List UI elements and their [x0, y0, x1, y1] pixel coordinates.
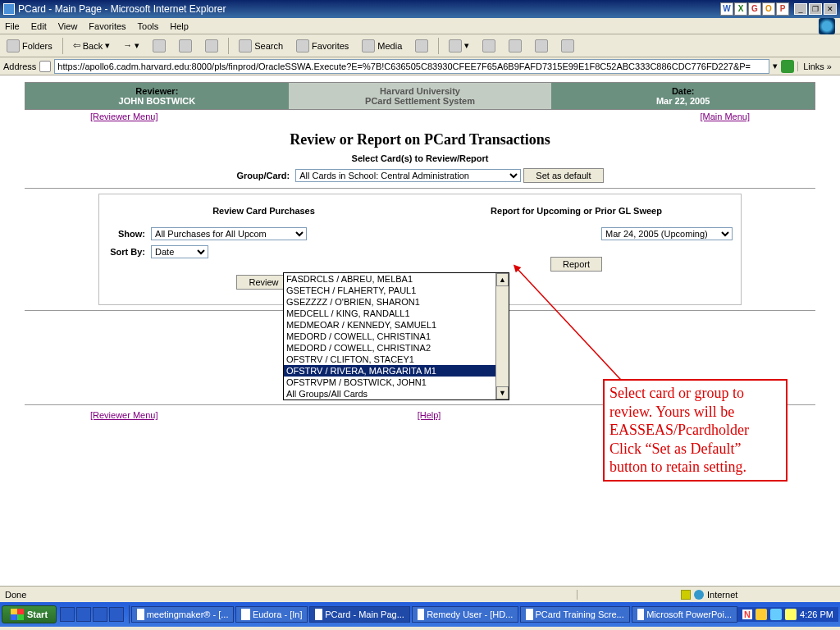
menu-tools[interactable]: Tools [138, 21, 159, 31]
report-button[interactable]: Report [550, 257, 602, 272]
discuss-icon [535, 39, 548, 52]
group-card-label: Group/Card: [236, 171, 290, 180]
history-button[interactable] [412, 38, 431, 54]
reviewer-menu-link-bot[interactable]: [Reviewer Menu] [90, 410, 158, 420]
help-link[interactable]: [Help] [418, 410, 441, 420]
date-value: Mar 22, 2005 [551, 96, 815, 106]
print-icon [482, 39, 495, 52]
page-content: Reviewer: JOHN BOSTWICK Harvard Universi… [0, 75, 840, 586]
windows-flag-icon [11, 609, 24, 620]
address-input[interactable] [54, 59, 769, 74]
address-dropdown[interactable]: ▾ [773, 61, 778, 71]
home-button[interactable] [202, 38, 221, 54]
ql-icon-4[interactable] [109, 607, 124, 622]
g-icon[interactable]: G [748, 2, 761, 16]
close-button[interactable]: ✕ [824, 3, 837, 15]
messenger-button[interactable] [558, 38, 578, 54]
dropdown-scrollbar[interactable]: ▲ ▼ [495, 273, 509, 399]
tray-icon-2[interactable] [770, 609, 782, 620]
favorites-button[interactable]: Favorites [293, 38, 352, 54]
dropdown-option[interactable]: FASDRCLS / ABREU, MELBA1 [284, 273, 509, 285]
outlook-icon[interactable]: O [762, 2, 775, 16]
folders-button[interactable]: Folders [3, 38, 56, 54]
mail-icon [449, 39, 462, 52]
dropdown-option[interactable]: OFSTRV / CLIFTON, STACEY1 [284, 354, 509, 365]
refresh-icon [179, 39, 192, 52]
window-titlebar: PCard - Main Page - Microsoft Internet E… [0, 0, 840, 18]
tray-icon-3[interactable] [785, 609, 797, 620]
task-button[interactable]: Eudora - [In] [235, 606, 308, 623]
dropdown-option[interactable]: MEDCELL / KING, RANDALL1 [284, 308, 509, 319]
powerpoint-icon[interactable]: P [776, 2, 789, 16]
sort-select[interactable]: Date [151, 245, 208, 258]
scroll-down-icon[interactable]: ▼ [496, 386, 509, 399]
set-default-button[interactable]: Set as default [523, 168, 603, 183]
search-button[interactable]: Search [235, 38, 286, 54]
print-button[interactable] [479, 38, 499, 54]
select-subtitle: Select Card(s) to Review/Report [0, 153, 840, 163]
dropdown-option[interactable]: GSETECH / FLAHERTY, PAUL1 [284, 285, 509, 296]
dropdown-option[interactable]: All Groups/All Cards [284, 388, 509, 399]
menu-favorites[interactable]: Favorites [89, 21, 126, 31]
dropdown-option[interactable]: GSEZZZZ / O'BRIEN, SHARON1 [284, 296, 509, 308]
dropdown-option[interactable]: MEDORD / COWELL, CHRISTINA1 [284, 331, 509, 342]
ie-icon [3, 3, 15, 15]
dropdown-option[interactable]: OFSTRVPM / BOSTWICK, JOHN1 [284, 377, 509, 388]
taskbar: Start meetingmaker® - [...Eudora - [In]P… [0, 602, 840, 627]
ie-throbber-icon [819, 18, 835, 34]
dropdown-option[interactable]: MEDMEOAR / KENNEDY, SAMUEL1 [284, 319, 509, 331]
edit-icon [509, 39, 522, 52]
excel-icon[interactable]: X [734, 2, 747, 16]
task-button[interactable]: Remedy User - [HD... [412, 606, 519, 623]
refresh-button[interactable] [176, 38, 195, 54]
main-menu-link-top[interactable]: [Main Menu] [700, 112, 750, 121]
dropdown-option[interactable]: MEDORD / COWELL, CHRISTINA2 [284, 342, 509, 354]
links-button[interactable]: Links » [797, 62, 837, 71]
go-button[interactable] [781, 60, 794, 73]
group-card-select[interactable]: All Cards in School: Central Administrat… [295, 169, 521, 182]
task-button[interactable]: Microsoft PowerPoi... [632, 606, 737, 623]
menu-edit[interactable]: Edit [31, 21, 47, 31]
task-button[interactable]: PCard Training Scre... [520, 606, 629, 623]
task-button[interactable]: meetingmaker® - [... [131, 606, 234, 623]
dropdown-option[interactable]: OFSTRV / RIVERA, MARGARITA M1 [284, 365, 509, 377]
task-icon [526, 609, 532, 620]
edit-button[interactable] [505, 38, 525, 54]
minimize-button[interactable]: _ [794, 3, 807, 15]
star-icon [296, 39, 309, 52]
task-icon [418, 609, 424, 620]
task-button[interactable]: PCard - Main Pag... [309, 606, 409, 623]
menu-file[interactable]: File [5, 21, 20, 31]
tray-icon-1[interactable] [756, 609, 767, 620]
menu-view[interactable]: View [58, 21, 78, 31]
folders-icon [7, 39, 20, 52]
instruction-callout: Select card or group to review. Yours wi… [603, 379, 788, 482]
start-button[interactable]: Start [2, 605, 57, 623]
ql-icon-3[interactable] [93, 607, 107, 622]
ql-icon-1[interactable] [60, 607, 75, 622]
tray-n-icon[interactable]: N [742, 609, 752, 619]
restore-button[interactable]: ❐ [809, 3, 822, 15]
stop-button[interactable] [149, 38, 169, 54]
group-card-dropdown-list[interactable]: ▲ ▼ FASDRCLS / ABREU, MELBA1GSETECH / FL… [283, 272, 509, 400]
taskbar-tasks: meetingmaker® - [...Eudora - [In]PCard -… [131, 606, 737, 623]
show-select[interactable]: All Purchases for All Upcom [151, 227, 307, 240]
task-icon [637, 609, 644, 620]
address-label: Address [3, 62, 36, 71]
reviewer-menu-link-top[interactable]: [Reviewer Menu] [90, 112, 158, 121]
forward-button[interactable]: → ▾ [120, 39, 143, 52]
word-icon[interactable]: W [720, 2, 733, 16]
date-label: Date: [551, 86, 815, 96]
back-button[interactable]: ⇦ Back ▾ [70, 39, 113, 52]
office-shortcut-bar: W X G O P [720, 2, 789, 16]
review-panel-title: Review Card Purchases [107, 206, 420, 216]
ql-icon-2[interactable] [76, 607, 91, 622]
clock[interactable]: 4:26 PM [800, 609, 833, 619]
menu-help[interactable]: Help [170, 21, 189, 31]
sweep-select[interactable]: Mar 24, 2005 (Upcoming) [601, 227, 733, 240]
discuss-button[interactable] [532, 38, 551, 54]
scroll-up-icon[interactable]: ▲ [496, 273, 509, 286]
mail-button[interactable]: ▾ [445, 38, 472, 54]
media-button[interactable]: Media [358, 38, 405, 54]
system-tray: N 4:26 PM [737, 607, 838, 622]
